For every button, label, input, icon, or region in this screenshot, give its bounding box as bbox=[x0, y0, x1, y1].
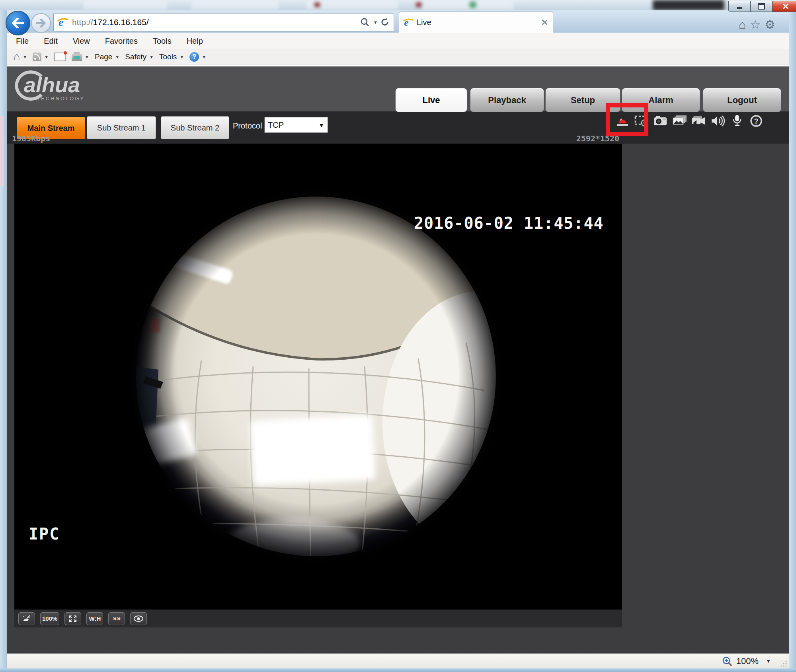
refresh-icon[interactable] bbox=[380, 18, 390, 27]
background-windows-strip bbox=[0, 0, 796, 10]
tools-menu[interactable]: Tools ▼ bbox=[159, 53, 184, 61]
maximize-button[interactable] bbox=[750, 1, 772, 12]
close-button[interactable] bbox=[772, 1, 796, 12]
window-controls bbox=[728, 1, 796, 12]
audio-icon bbox=[710, 115, 726, 127]
home-icon[interactable]: ⌂ bbox=[739, 18, 746, 31]
help-icon: ? bbox=[749, 114, 763, 128]
sub-stream2-button[interactable]: Sub Stream 2 bbox=[161, 116, 229, 139]
snapshot-button[interactable] bbox=[653, 113, 669, 129]
triple-snapshot-button[interactable] bbox=[672, 113, 688, 129]
zoom-controls[interactable]: 100% ▼ bbox=[722, 656, 771, 666]
fullscreen-button[interactable] bbox=[64, 612, 81, 625]
image-adjust-icon bbox=[22, 615, 31, 623]
tab-title: Live bbox=[417, 18, 540, 27]
record-button[interactable] bbox=[691, 113, 707, 129]
tab-playback[interactable]: Playback bbox=[470, 88, 544, 112]
close-icon bbox=[782, 3, 789, 10]
image-adjust-button[interactable] bbox=[18, 612, 35, 625]
menu-file[interactable]: File bbox=[16, 37, 29, 46]
feed-icon bbox=[33, 53, 41, 61]
page-menu[interactable]: Page ▼ bbox=[95, 53, 119, 61]
home-button[interactable]: ⌂ ▼ bbox=[14, 51, 27, 63]
background-tab-icon bbox=[314, 2, 320, 7]
search-dropdown-icon[interactable]: ▼ bbox=[373, 20, 378, 25]
search-icon[interactable] bbox=[360, 18, 370, 27]
menu-view[interactable]: View bbox=[73, 37, 90, 46]
print-button[interactable]: ▼ bbox=[72, 52, 89, 61]
chevron-down-icon: ▼ bbox=[85, 55, 89, 59]
rule-info-eye-icon bbox=[133, 615, 144, 622]
osd-timestamp: 2016-06-02 11:45:44 bbox=[414, 214, 604, 232]
zoom-dropdown-icon[interactable]: ▼ bbox=[766, 658, 771, 664]
forward-button[interactable] bbox=[31, 13, 51, 33]
background-tab-icon bbox=[416, 2, 421, 7]
menu-tools[interactable]: Tools bbox=[153, 37, 172, 46]
chevron-down-icon: ▼ bbox=[149, 55, 154, 59]
back-icon bbox=[11, 18, 25, 28]
url-protocol: http:// bbox=[72, 18, 93, 27]
aspect-ratio-button[interactable]: W:H bbox=[86, 612, 103, 625]
logo-text: alhua bbox=[24, 73, 80, 97]
fluency-button[interactable]: »» bbox=[108, 612, 125, 625]
chevron-down-icon: ▼ bbox=[115, 55, 119, 59]
protocol-select[interactable]: TCP ▼ bbox=[264, 117, 328, 133]
fisheye-vignette bbox=[129, 189, 503, 563]
background-tab bbox=[422, 1, 513, 10]
zoom-100-button[interactable]: 100% bbox=[40, 612, 59, 625]
menu-bar: File Edit View Favorites Tools Help bbox=[7, 33, 789, 49]
page-menu-label: Page bbox=[95, 53, 112, 61]
url-text[interactable]: http://172.16.16.165/ bbox=[72, 18, 360, 27]
home-icon: ⌂ bbox=[14, 51, 20, 63]
browser-tab-live[interactable]: e Live bbox=[399, 12, 553, 33]
menu-favorites[interactable]: Favorites bbox=[105, 37, 138, 46]
window-border-left bbox=[0, 10, 7, 672]
zoom-level: 100% bbox=[736, 656, 759, 666]
tab-live[interactable]: Live bbox=[395, 88, 467, 112]
settings-gear-icon[interactable]: ⚙ bbox=[765, 18, 775, 31]
record-icon bbox=[691, 115, 707, 127]
address-bar[interactable]: e http://172.16.16.165/ ▼ bbox=[53, 13, 394, 31]
snapshot-icon bbox=[653, 115, 668, 127]
help-button[interactable]: ? bbox=[748, 113, 764, 129]
logo-subtitle: TECHNOLOGY bbox=[37, 95, 85, 101]
triple-snapshot-icon bbox=[672, 115, 687, 127]
background-tab-icon bbox=[470, 2, 476, 8]
resize-grip[interactable] bbox=[779, 659, 787, 667]
alarm-highlight-annotation bbox=[606, 103, 648, 136]
read-mail-button[interactable] bbox=[54, 53, 66, 61]
background-window-fragment bbox=[653, 0, 724, 10]
safety-menu-label: Safety bbox=[125, 53, 146, 61]
minimize-button[interactable] bbox=[728, 1, 750, 12]
fullscreen-icon bbox=[68, 615, 77, 623]
back-button[interactable] bbox=[6, 11, 30, 35]
osd-camera-label: IPC bbox=[29, 525, 60, 543]
tab-logout[interactable]: Logout bbox=[703, 88, 781, 112]
safety-menu[interactable]: Safety ▼ bbox=[125, 53, 154, 61]
menu-edit[interactable]: Edit bbox=[44, 37, 57, 46]
live-video-canvas[interactable]: 2016-06-02 11:45:44 IPC bbox=[14, 144, 622, 610]
svg-text:e: e bbox=[59, 16, 63, 28]
ie-logo-icon: e bbox=[57, 16, 69, 28]
rule-info-button[interactable] bbox=[130, 612, 147, 625]
command-bar: ⌂ ▼ ▼ ▼ Page ▼ Safety ▼ Tools ▼ ? ▼ bbox=[7, 49, 789, 64]
protocol-label: Protocol bbox=[233, 121, 262, 131]
minimize-icon bbox=[737, 7, 742, 9]
favorites-star-icon[interactable]: ☆ bbox=[750, 18, 761, 31]
help-button[interactable]: ? ▼ bbox=[189, 52, 206, 62]
mail-icon bbox=[54, 53, 66, 61]
chevron-down-icon: ▼ bbox=[179, 55, 184, 59]
maximize-icon bbox=[758, 3, 765, 10]
menu-help[interactable]: Help bbox=[187, 37, 203, 46]
browser-quick-icons: ⌂ ☆ ⚙ bbox=[739, 18, 775, 31]
forward-icon bbox=[35, 19, 47, 27]
sub-stream1-button[interactable]: Sub Stream 1 bbox=[87, 116, 156, 139]
feed-button[interactable]: ▼ bbox=[33, 53, 49, 61]
talk-button[interactable] bbox=[729, 113, 745, 129]
ie-logo-icon: e bbox=[403, 17, 414, 27]
tab-close-icon[interactable] bbox=[540, 18, 549, 27]
audio-button[interactable] bbox=[710, 113, 726, 129]
chevron-down-icon: ▼ bbox=[318, 122, 324, 129]
svg-text:?: ? bbox=[754, 117, 759, 125]
screen: e http://172.16.16.165/ ▼ e Live ⌂ ☆ ⚙ bbox=[0, 0, 796, 672]
